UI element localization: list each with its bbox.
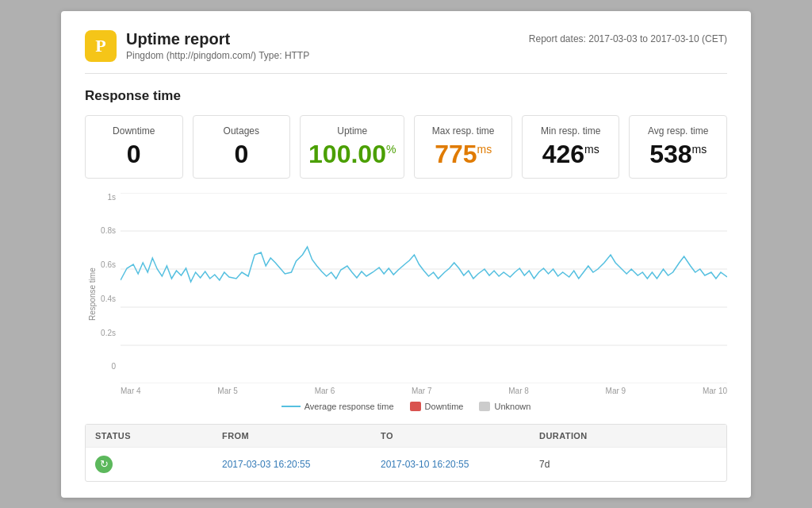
report-title: Uptime report [126,30,309,48]
chart-body [121,193,727,383]
table-row: ↻ 2017-03-03 16:20:55 2017-03-10 16:20:5… [86,447,726,481]
to-date-link[interactable]: 2017-03-10 16:20:55 [381,459,469,470]
chart-container: Response time 1s 0.8s 0.6s 0.4s 0.2s 0 [85,193,727,395]
header-text: Uptime report Pingdom (http://pingdom.co… [126,30,309,61]
legend-downtime: Downtime [410,402,464,411]
chart-inner: 1s 0.8s 0.6s 0.4s 0.2s 0 [97,193,727,395]
stat-outages: Outages 0 [193,115,291,179]
status-table: STATUS FROM TO DURATION ↻ 2017-03-03 16:… [85,424,727,482]
legend-avg-label: Average response time [304,402,394,411]
stat-min-resp: Min resp. time 426ms [522,115,620,179]
from-date-link[interactable]: 2017-03-03 16:20:55 [222,459,310,470]
legend-avg-response: Average response time [282,402,394,411]
y-axis-label: Response time [85,193,97,395]
col-status: STATUS [95,431,222,441]
status-up-icon: ↻ [95,456,113,473]
stat-max-resp: Max resp. time 775ms [414,115,512,179]
legend-unknown-label: Unknown [494,402,530,411]
stat-max-resp-label: Max resp. time [423,125,504,137]
row-to: 2017-03-10 16:20:55 [381,459,539,470]
legend-line-icon [282,406,301,407]
row-duration: 7d [539,459,717,470]
section-title: Response time [85,88,727,104]
stat-min-resp-value: 426ms [530,141,611,167]
col-duration: DURATION [539,431,717,441]
stat-uptime-value: 100.00% [308,141,396,167]
report-dates: Report dates: 2017-03-03 to 2017-03-10 (… [529,33,727,44]
stats-row: Downtime 0 Outages 0 Uptime 100.00% Max … [85,115,727,179]
chart-svg [121,193,727,383]
legend-unknown-icon [479,402,490,411]
logo-area: P Uptime report Pingdom (http://pingdom.… [85,30,309,62]
stat-outages-label: Outages [201,125,282,137]
pingdom-logo: P [85,30,117,62]
x-axis: Mar 4 Mar 5 Mar 6 Mar 7 Mar 8 Mar 9 Mar … [121,387,727,395]
row-status: ↻ [95,456,222,473]
stat-uptime-label: Uptime [308,125,396,137]
col-to: TO [381,431,539,441]
stat-avg-resp-label: Avg resp. time [638,125,718,137]
table-header: STATUS FROM TO DURATION [86,425,726,447]
legend-unknown: Unknown [479,402,530,411]
stat-uptime: Uptime 100.00% [300,115,404,179]
chart-y-ticks: 1s 0.8s 0.6s 0.4s 0.2s 0 [97,193,119,371]
col-from: FROM [222,431,381,441]
stat-avg-resp-value: 538ms [638,141,718,167]
stat-min-resp-label: Min resp. time [530,125,611,137]
row-from: 2017-03-03 16:20:55 [222,459,381,470]
stat-downtime: Downtime 0 [85,115,183,179]
stat-downtime-value: 0 [94,141,174,167]
stat-downtime-label: Downtime [94,125,174,137]
report-header: P Uptime report Pingdom (http://pingdom.… [85,30,727,74]
report-card: P Uptime report Pingdom (http://pingdom.… [61,11,751,498]
legend-downtime-label: Downtime [425,402,464,411]
stat-max-resp-value: 775ms [423,141,504,167]
chart-legend: Average response time Downtime Unknown [85,402,727,411]
response-line [121,247,727,282]
stat-outages-value: 0 [201,141,282,167]
report-subtitle: Pingdom (http://pingdom.com/) Type: HTTP [126,50,309,61]
stat-avg-resp: Avg resp. time 538ms [629,115,727,179]
legend-downtime-icon [410,402,421,411]
chart-area: Response time 1s 0.8s 0.6s 0.4s 0.2s 0 [85,193,727,411]
